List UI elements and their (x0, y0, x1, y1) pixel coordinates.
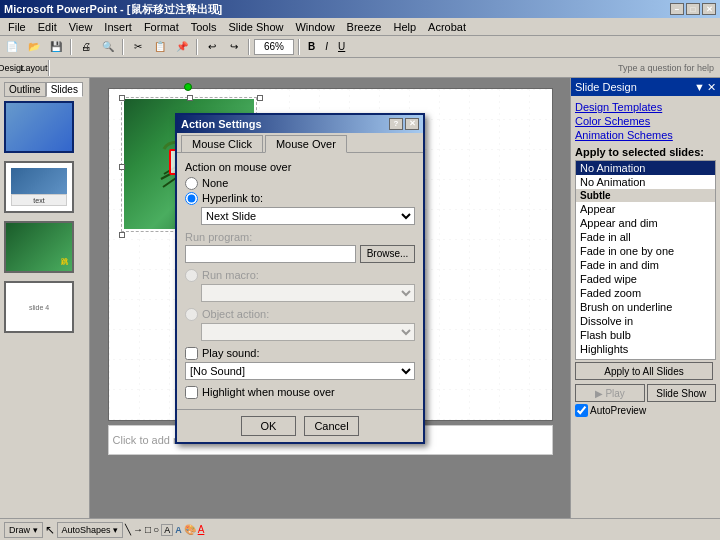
handle-ml[interactable] (119, 164, 125, 170)
cut-button[interactable]: ✂ (128, 38, 148, 56)
color-schemes-link[interactable]: Color Schemes (575, 114, 716, 128)
tab-outline[interactable]: Outline (4, 82, 46, 97)
play-sound-select[interactable]: [No Sound] (185, 362, 415, 380)
menu-window[interactable]: Window (289, 20, 340, 34)
rect-icon[interactable]: □ (145, 524, 151, 535)
slide-thumb-2[interactable]: 2 text (4, 161, 85, 213)
preview-button[interactable]: 🔍 (98, 38, 118, 56)
handle-tl[interactable] (119, 95, 125, 101)
menu-format[interactable]: Format (138, 20, 185, 34)
design-templates-link[interactable]: Design Templates (575, 100, 716, 114)
oval-icon[interactable]: ○ (153, 524, 159, 535)
anim-random-bars[interactable]: Random bars (576, 356, 715, 360)
handle-tr[interactable] (257, 95, 263, 101)
open-button[interactable]: 📂 (24, 38, 44, 56)
main-toolbar: 📄 📂 💾 🖨 🔍 ✂ 📋 📌 ↩ ↪ 66% B I U (0, 36, 720, 58)
anim-highlights[interactable]: Highlights (576, 342, 715, 356)
zoom-box[interactable]: 66% (254, 39, 294, 55)
new-button[interactable]: 📄 (2, 38, 22, 56)
draw-button[interactable]: Draw ▾ (4, 522, 43, 538)
redo-button[interactable]: ↪ (224, 38, 244, 56)
underline-button[interactable]: U (334, 41, 349, 52)
none-radio[interactable] (185, 177, 198, 190)
right-panel-content: Design Templates Color Schemes Animation… (571, 96, 720, 421)
action-section: Action on mouse over None Hyperlink to: … (185, 161, 415, 225)
right-panel-close[interactable]: ✕ (707, 81, 716, 94)
menu-file[interactable]: File (2, 20, 32, 34)
anim-no-animation-2[interactable]: No Animation (576, 175, 715, 189)
slide-thumb-4[interactable]: 4 slide 4 (4, 281, 85, 333)
anim-fade-all[interactable]: Fade in all (576, 230, 715, 244)
dialog-help-button[interactable]: ? (389, 118, 403, 130)
anim-fade-one[interactable]: Fade in one by one (576, 244, 715, 258)
bold-button[interactable]: B (304, 41, 319, 52)
animation-schemes-link[interactable]: Animation Schemes (575, 128, 716, 142)
anim-no-animation[interactable]: No Animation (576, 161, 715, 175)
object-action-select[interactable] (201, 323, 415, 341)
menu-breeze[interactable]: Breeze (341, 20, 388, 34)
ok-button[interactable]: OK (241, 416, 296, 436)
highlight-checkbox[interactable] (185, 386, 198, 399)
anim-section-subtle: Subtle (576, 189, 715, 202)
highlight-row: Highlight when mouse over (185, 386, 415, 399)
run-macro-radio[interactable] (185, 269, 198, 282)
apply-all-button[interactable]: Apply to All Slides (575, 362, 713, 380)
wordart-icon[interactable]: A (175, 525, 182, 535)
anim-faded-zoom[interactable]: Faded zoom (576, 286, 715, 300)
menu-help[interactable]: Help (387, 20, 422, 34)
rotate-handle[interactable] (184, 83, 192, 91)
design-button[interactable]: Design (2, 59, 22, 77)
anim-appear-dim[interactable]: Appear and dim (576, 216, 715, 230)
save-button[interactable]: 💾 (46, 38, 66, 56)
help-box[interactable]: Type a question for help (54, 63, 718, 73)
menu-insert[interactable]: Insert (98, 20, 138, 34)
dialog-close-button[interactable]: ✕ (405, 118, 419, 130)
minimize-button[interactable]: − (670, 3, 684, 15)
right-panel-arrow[interactable]: ▼ (694, 81, 705, 94)
cancel-button[interactable]: Cancel (304, 416, 359, 436)
slideshow-button[interactable]: Slide Show (647, 384, 717, 402)
maximize-button[interactable]: □ (686, 3, 700, 15)
handle-tm[interactable] (187, 95, 193, 101)
menu-tools[interactable]: Tools (185, 20, 223, 34)
anim-dissolve[interactable]: Dissolve in (576, 314, 715, 328)
menu-acrobat[interactable]: Acrobat (422, 20, 472, 34)
handle-bl[interactable] (119, 232, 125, 238)
fill-color-icon[interactable]: 🎨 (184, 524, 196, 535)
browse-button[interactable]: Browse... (360, 245, 415, 263)
menu-edit[interactable]: Edit (32, 20, 63, 34)
arrow-icon[interactable]: → (133, 524, 143, 535)
anim-faded-wipe[interactable]: Faded wipe (576, 272, 715, 286)
autopreview-checkbox[interactable] (575, 404, 588, 417)
menu-slideshow[interactable]: Slide Show (222, 20, 289, 34)
anim-brush[interactable]: Brush on underline (576, 300, 715, 314)
play-sound-checkbox[interactable] (185, 347, 198, 360)
pointer-icon[interactable]: ↖ (45, 523, 55, 537)
run-macro-select[interactable] (201, 284, 415, 302)
anim-appear[interactable]: Appear (576, 202, 715, 216)
textbox-icon[interactable]: A (161, 524, 173, 536)
autoshapes-button[interactable]: AutoShapes ▾ (57, 522, 124, 538)
anim-flash[interactable]: Flash bulb (576, 328, 715, 342)
tab-slides[interactable]: Slides (46, 82, 83, 97)
copy-button[interactable]: 📋 (150, 38, 170, 56)
paste-button[interactable]: 📌 (172, 38, 192, 56)
line-icon[interactable]: ╲ (125, 524, 131, 535)
slide-thumb-3[interactable]: 3 跳 (4, 221, 85, 273)
object-action-radio[interactable] (185, 308, 198, 321)
dialog-tab-mouseclick[interactable]: Mouse Click (181, 135, 263, 152)
menu-view[interactable]: View (63, 20, 99, 34)
play-button[interactable]: ▶ Play (575, 384, 645, 402)
close-button[interactable]: ✕ (702, 3, 716, 15)
undo-button[interactable]: ↩ (202, 38, 222, 56)
run-program-input[interactable] (185, 245, 356, 263)
layout-button[interactable]: Layout (24, 59, 44, 77)
slide-thumb-1[interactable]: 1 (4, 101, 85, 153)
hyperlink-radio[interactable] (185, 192, 198, 205)
dialog-tab-mouseover[interactable]: Mouse Over (265, 135, 347, 153)
print-button[interactable]: 🖨 (76, 38, 96, 56)
italic-button[interactable]: I (321, 41, 332, 52)
anim-fade-dim[interactable]: Fade in and dim (576, 258, 715, 272)
font-color-icon[interactable]: A (198, 524, 205, 535)
hyperlink-select[interactable]: Next Slide (201, 207, 415, 225)
